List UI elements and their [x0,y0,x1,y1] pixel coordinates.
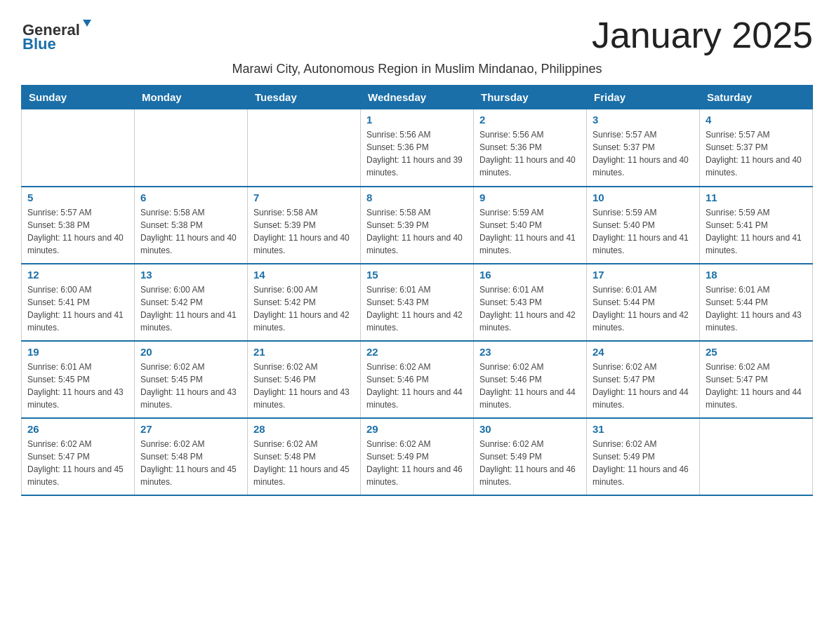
svg-marker-1 [83,20,91,27]
day-info: Sunrise: 5:59 AM Sunset: 5:40 PM Dayligh… [479,206,581,257]
day-info: Sunrise: 6:02 AM Sunset: 5:46 PM Dayligh… [253,361,355,411]
day-number: 15 [366,269,468,281]
day-info: Sunrise: 6:00 AM Sunset: 5:42 PM Dayligh… [140,283,241,334]
day-number: 20 [140,346,241,358]
day-number: 19 [27,346,128,358]
calendar-cell: 24Sunrise: 6:02 AM Sunset: 5:47 PM Dayli… [587,341,700,418]
day-number: 3 [593,114,694,126]
calendar-cell: 1Sunrise: 5:56 AM Sunset: 5:36 PM Daylig… [361,109,474,187]
calendar-cell: 6Sunrise: 5:58 AM Sunset: 5:38 PM Daylig… [135,187,248,264]
calendar-cell [135,109,248,187]
day-number: 27 [140,423,241,435]
logo: General Blue [21,14,105,55]
header-thursday: Thursday [474,86,587,109]
day-info: Sunrise: 6:02 AM Sunset: 5:49 PM Dayligh… [366,438,468,488]
day-number: 22 [366,346,468,358]
day-number: 13 [140,269,241,281]
calendar-cell: 16Sunrise: 6:01 AM Sunset: 5:43 PM Dayli… [474,264,587,341]
calendar-cell: 18Sunrise: 6:01 AM Sunset: 5:44 PM Dayli… [700,264,813,341]
day-number: 24 [593,346,694,358]
day-info: Sunrise: 5:58 AM Sunset: 5:38 PM Dayligh… [140,206,241,257]
svg-text:Blue: Blue [22,35,56,53]
subtitle: Marawi City, Autonomous Region in Muslim… [21,62,813,76]
day-info: Sunrise: 6:01 AM Sunset: 5:43 PM Dayligh… [479,283,581,334]
calendar-cell: 25Sunrise: 6:02 AM Sunset: 5:47 PM Dayli… [700,341,813,418]
week-row-2: 5Sunrise: 5:57 AM Sunset: 5:38 PM Daylig… [22,187,813,264]
calendar-cell: 30Sunrise: 6:02 AM Sunset: 5:49 PM Dayli… [474,418,587,495]
day-info: Sunrise: 6:02 AM Sunset: 5:49 PM Dayligh… [479,438,581,488]
calendar-cell [248,109,361,187]
day-number: 8 [366,192,468,203]
day-number: 14 [253,269,355,281]
week-row-3: 12Sunrise: 6:00 AM Sunset: 5:41 PM Dayli… [22,264,813,341]
day-number: 28 [253,423,355,435]
day-info: Sunrise: 6:01 AM Sunset: 5:44 PM Dayligh… [593,283,694,334]
calendar-cell: 17Sunrise: 6:01 AM Sunset: 5:44 PM Dayli… [587,264,700,341]
day-info: Sunrise: 6:02 AM Sunset: 5:47 PM Dayligh… [706,361,807,411]
calendar-cell: 11Sunrise: 5:59 AM Sunset: 5:41 PM Dayli… [700,187,813,264]
calendar-cell: 10Sunrise: 5:59 AM Sunset: 5:40 PM Dayli… [587,187,700,264]
day-info: Sunrise: 5:59 AM Sunset: 5:41 PM Dayligh… [706,206,807,257]
day-info: Sunrise: 6:02 AM Sunset: 5:47 PM Dayligh… [593,361,694,411]
day-info: Sunrise: 5:58 AM Sunset: 5:39 PM Dayligh… [366,206,468,257]
day-info: Sunrise: 6:02 AM Sunset: 5:46 PM Dayligh… [366,361,468,411]
calendar-cell: 21Sunrise: 6:02 AM Sunset: 5:46 PM Dayli… [248,341,361,418]
day-info: Sunrise: 5:59 AM Sunset: 5:40 PM Dayligh… [593,206,694,257]
header-saturday: Saturday [700,86,813,109]
day-info: Sunrise: 6:02 AM Sunset: 5:47 PM Dayligh… [27,438,128,488]
day-number: 9 [479,192,581,203]
day-number: 4 [706,114,807,126]
calendar-cell: 12Sunrise: 6:00 AM Sunset: 5:41 PM Dayli… [22,264,135,341]
calendar-cell: 7Sunrise: 5:58 AM Sunset: 5:39 PM Daylig… [248,187,361,264]
day-number: 5 [27,192,128,203]
page-title: January 2025 [592,14,813,56]
header-friday: Friday [587,86,700,109]
calendar-cell: 13Sunrise: 6:00 AM Sunset: 5:42 PM Dayli… [135,264,248,341]
calendar-cell: 26Sunrise: 6:02 AM Sunset: 5:47 PM Dayli… [22,418,135,495]
header-tuesday: Tuesday [248,86,361,109]
calendar-header: SundayMondayTuesdayWednesdayThursdayFrid… [22,86,813,109]
day-info: Sunrise: 6:02 AM Sunset: 5:48 PM Dayligh… [253,438,355,488]
header-wednesday: Wednesday [361,86,474,109]
calendar-cell: 14Sunrise: 6:00 AM Sunset: 5:42 PM Dayli… [248,264,361,341]
calendar-cell: 8Sunrise: 5:58 AM Sunset: 5:39 PM Daylig… [361,187,474,264]
day-number: 18 [706,269,807,281]
week-row-4: 19Sunrise: 6:01 AM Sunset: 5:45 PM Dayli… [22,341,813,418]
calendar-table: SundayMondayTuesdayWednesdayThursdayFrid… [21,85,813,496]
day-info: Sunrise: 6:02 AM Sunset: 5:46 PM Dayligh… [479,361,581,411]
day-number: 6 [140,192,241,203]
calendar-cell: 23Sunrise: 6:02 AM Sunset: 5:46 PM Dayli… [474,341,587,418]
calendar-cell: 2Sunrise: 5:56 AM Sunset: 5:36 PM Daylig… [474,109,587,187]
calendar-cell: 19Sunrise: 6:01 AM Sunset: 5:45 PM Dayli… [22,341,135,418]
header-sunday: Sunday [22,86,135,109]
day-info: Sunrise: 5:57 AM Sunset: 5:37 PM Dayligh… [593,128,694,179]
day-number: 23 [479,346,581,358]
day-number: 11 [706,192,807,203]
day-info: Sunrise: 5:57 AM Sunset: 5:38 PM Dayligh… [27,206,128,257]
calendar-cell: 4Sunrise: 5:57 AM Sunset: 5:37 PM Daylig… [700,109,813,187]
header: General Blue January 2025 [21,14,813,56]
calendar-cell: 31Sunrise: 6:02 AM Sunset: 5:49 PM Dayli… [587,418,700,495]
header-row: SundayMondayTuesdayWednesdayThursdayFrid… [22,86,813,109]
day-info: Sunrise: 6:02 AM Sunset: 5:45 PM Dayligh… [140,361,241,411]
day-number: 26 [27,423,128,435]
day-info: Sunrise: 6:01 AM Sunset: 5:44 PM Dayligh… [706,283,807,334]
day-number: 2 [479,114,581,126]
day-number: 17 [593,269,694,281]
day-info: Sunrise: 6:01 AM Sunset: 5:45 PM Dayligh… [27,361,128,411]
calendar-body: 1Sunrise: 5:56 AM Sunset: 5:36 PM Daylig… [22,109,813,495]
calendar-cell [22,109,135,187]
calendar-cell: 22Sunrise: 6:02 AM Sunset: 5:46 PM Dayli… [361,341,474,418]
day-info: Sunrise: 5:56 AM Sunset: 5:36 PM Dayligh… [366,128,468,179]
day-info: Sunrise: 6:00 AM Sunset: 5:42 PM Dayligh… [253,283,355,334]
day-number: 30 [479,423,581,435]
calendar-cell: 15Sunrise: 6:01 AM Sunset: 5:43 PM Dayli… [361,264,474,341]
logo-general: General Blue [21,14,105,55]
day-number: 1 [366,114,468,126]
calendar-cell [700,418,813,495]
calendar-cell: 20Sunrise: 6:02 AM Sunset: 5:45 PM Dayli… [135,341,248,418]
day-info: Sunrise: 6:00 AM Sunset: 5:41 PM Dayligh… [27,283,128,334]
day-info: Sunrise: 5:56 AM Sunset: 5:36 PM Dayligh… [479,128,581,179]
week-row-5: 26Sunrise: 6:02 AM Sunset: 5:47 PM Dayli… [22,418,813,495]
day-info: Sunrise: 5:58 AM Sunset: 5:39 PM Dayligh… [253,206,355,257]
